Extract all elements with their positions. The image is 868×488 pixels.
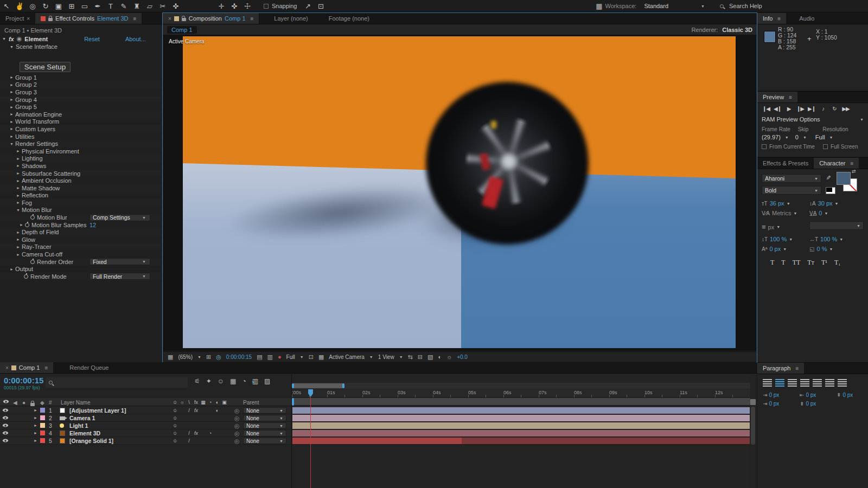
tool-button[interactable]: ✌ xyxy=(13,1,26,12)
parent-pick-whip-icon[interactable]: ◎ xyxy=(234,422,239,429)
shy-switch[interactable]: ☺ xyxy=(171,423,178,428)
layer-expand-caret-icon[interactable]: ► xyxy=(34,407,37,414)
effects-switch[interactable]: fx xyxy=(193,408,200,413)
layer-label-swatch[interactable] xyxy=(40,408,45,413)
effect-property-row[interactable]: ► Depth of Field xyxy=(0,228,163,236)
tool-button[interactable]: T xyxy=(104,1,117,12)
layer-name-column-label[interactable]: Layer Name xyxy=(61,400,90,406)
justify-last-right-button[interactable] xyxy=(825,379,834,387)
navigator-handle[interactable] xyxy=(292,383,344,388)
transport-button[interactable]: ▶▶ xyxy=(841,106,850,112)
effect-property-row[interactable]: Render Order Fixed▼ xyxy=(0,258,163,266)
tool-button[interactable]: ▣ xyxy=(52,1,65,12)
tool-button[interactable]: ⊞ xyxy=(65,1,78,12)
first-line-indent-field[interactable]: ⇥0 px xyxy=(763,401,779,407)
work-area-bar[interactable] xyxy=(292,398,750,406)
tab-footage[interactable]: Footage (none) xyxy=(323,13,375,24)
snapshot-icon[interactable]: ▤ xyxy=(257,354,262,361)
comp-breadcrumb-chip[interactable]: Comp 1 xyxy=(167,26,197,34)
leading-field[interactable]: ↕A 30 px▼ xyxy=(809,200,839,207)
transparency-grid-icon[interactable]: ▦ xyxy=(318,354,324,361)
collapse-caret-icon[interactable]: ▼ xyxy=(2,37,6,41)
stopwatch-icon[interactable] xyxy=(30,260,35,264)
preview-resolution-select[interactable]: Full xyxy=(815,134,825,140)
magnification-value[interactable]: (65%) xyxy=(178,354,193,360)
font-size-field[interactable]: тT 36 px▼ xyxy=(762,200,790,207)
snapping-option-icon[interactable]: ↗ xyxy=(302,1,315,12)
faux-style-button[interactable]: T₁ xyxy=(834,259,841,267)
timeline-button-icon[interactable]: ▧ xyxy=(427,354,433,361)
layer-track-row[interactable] xyxy=(292,407,750,414)
about-link[interactable]: About... xyxy=(125,36,146,42)
tool-button[interactable]: ◎ xyxy=(26,1,39,12)
justify-last-center-button[interactable] xyxy=(813,379,822,387)
justify-all-button[interactable] xyxy=(838,379,847,387)
pixel-aspect-icon[interactable]: ⇆ xyxy=(408,354,413,361)
region-of-interest-icon[interactable]: ⊡ xyxy=(309,354,314,361)
quality-switch[interactable]: / xyxy=(186,431,193,436)
parent-select[interactable]: None▼ xyxy=(243,407,286,414)
close-icon[interactable]: × xyxy=(27,16,30,22)
tab-composition[interactable]: × Composition Comp 1 ≡ xyxy=(163,13,259,24)
timeline-toggle-icon[interactable]: ◔ xyxy=(242,377,246,385)
stopwatch-icon[interactable] xyxy=(30,215,35,220)
tab-project[interactable]: Project× xyxy=(0,13,35,24)
parent-pick-whip-icon[interactable]: ◎ xyxy=(234,407,239,414)
tab-render-queue[interactable]: Render Queue xyxy=(64,362,114,373)
effect-property-row[interactable]: ► Group 5 xyxy=(0,103,163,111)
parent-pick-whip-icon[interactable]: ◎ xyxy=(234,437,239,444)
tab-effect-controls[interactable]: Effect Controls Element 3D ≡ xyxy=(35,13,142,24)
viewport-canvas[interactable] xyxy=(183,36,736,348)
timeline-toggle-icon[interactable]: ✦ xyxy=(206,377,212,385)
property-value[interactable]: 12 xyxy=(90,222,150,228)
transport-button[interactable]: ❙◀ xyxy=(762,106,770,112)
search-help-input[interactable]: Search Help xyxy=(729,3,762,9)
effect-property-row[interactable]: ► Ambient Occlusion xyxy=(0,177,163,184)
parent-select[interactable]: None▼ xyxy=(243,430,286,436)
magnification-caret-icon[interactable]: ▼ xyxy=(197,355,201,359)
snapping-option-icon[interactable]: ⊡ xyxy=(315,1,328,12)
effect-property-row[interactable]: ► Matte Shadow xyxy=(0,184,163,192)
skip-select[interactable]: 0 xyxy=(795,134,799,140)
layer-visibility-toggle[interactable] xyxy=(3,439,8,442)
effect-property-row[interactable]: ► Lighting xyxy=(0,155,163,163)
parent-column-label[interactable]: Parent xyxy=(243,400,259,406)
justify-last-left-button[interactable] xyxy=(800,379,809,387)
layer-track-row[interactable] xyxy=(292,437,750,445)
layer-track-row[interactable] xyxy=(292,429,750,437)
kerning-field[interactable]: V∕A Metrics▼ xyxy=(762,210,797,216)
align-right-button[interactable] xyxy=(788,379,797,387)
effect-property-row[interactable]: ► Group 3 xyxy=(0,88,163,96)
ram-preview-options-select[interactable]: RAM Preview Options xyxy=(762,116,820,123)
parent-select[interactable]: None▼ xyxy=(243,422,286,429)
show-snapshot-icon[interactable]: ▥ xyxy=(267,354,273,361)
tab-timeline-comp[interactable]: × Comp 1 ≡ xyxy=(0,362,53,373)
tool-button[interactable]: ♜ xyxy=(130,1,143,12)
stopwatch-icon[interactable] xyxy=(25,223,29,227)
transport-button[interactable]: ♪ xyxy=(819,106,827,112)
panel-menu-icon[interactable]: ≡ xyxy=(251,16,254,22)
effect-property-row[interactable]: ► Utilities xyxy=(0,133,163,140)
panel-menu-icon[interactable]: ≡ xyxy=(777,16,781,22)
layer-expand-caret-icon[interactable]: ► xyxy=(34,429,37,436)
default-fill-stroke-icon[interactable] xyxy=(826,187,835,194)
layer-row[interactable]: ► 3 Light 1 ☺ ◎ None▼ xyxy=(0,422,291,429)
timeline-toggle-icon[interactable]: ▦ xyxy=(230,377,236,385)
quality-switch[interactable]: / xyxy=(186,438,193,444)
layer-visibility-toggle[interactable] xyxy=(3,432,8,435)
reset-link[interactable]: Reset xyxy=(84,36,100,42)
parent-pick-whip-icon[interactable]: ◎ xyxy=(234,414,239,421)
panel-menu-icon[interactable]: ≡ xyxy=(133,16,137,22)
indent-right-field[interactable]: ⇤0 px xyxy=(800,392,816,398)
layer-duration-bar[interactable] xyxy=(292,407,750,414)
effect-property-row[interactable]: ► Camera Cut-off xyxy=(0,251,163,258)
layer-row[interactable]: ► 5 [Orange Solid 1] ☺ / ◎ None▼ xyxy=(0,437,291,445)
enable-motion-blur-icon[interactable]: ◔ xyxy=(251,378,254,386)
effect-property-row[interactable]: ► Ray-Tracer xyxy=(0,243,163,251)
scene-interface-row[interactable]: ▼ Scene Interface xyxy=(0,43,163,50)
tool-button[interactable]: ▱ xyxy=(143,1,156,12)
current-time[interactable]: 0:00:00:15 xyxy=(226,354,252,360)
layer-expand-caret-icon[interactable]: ► xyxy=(34,437,37,444)
transport-button[interactable]: ◀❙ xyxy=(773,106,782,112)
tool-button[interactable]: ↖ xyxy=(0,1,13,12)
